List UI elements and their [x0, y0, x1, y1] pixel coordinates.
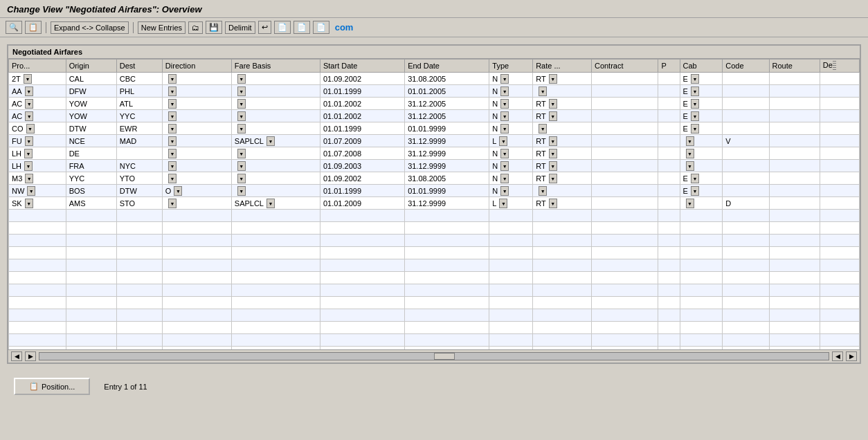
dropdown-arrow-icon[interactable]: ▼	[266, 136, 275, 146]
dropdown-arrow-icon[interactable]: ▼	[237, 149, 246, 158]
table-row[interactable]: NW▼BOSDTWO▼▼01.01.199901.01.9999N▼▼E▼	[9, 185, 860, 197]
dropdown-arrow-icon[interactable]: ▼	[168, 74, 177, 84]
dropdown-arrow-icon[interactable]: ▼	[266, 199, 275, 208]
dropdown-arrow-icon[interactable]: ▼	[686, 199, 694, 208]
dropdown-arrow-icon[interactable]: ▼	[691, 174, 699, 183]
dropdown-arrow-icon[interactable]: ▼	[168, 161, 177, 171]
table-wrapper[interactable]: Pro... Origin Dest Direction Fare Basis …	[8, 59, 860, 363]
dropdown-arrow-icon[interactable]: ▼	[539, 124, 547, 134]
dropdown-arrow-icon[interactable]: ▼	[168, 99, 177, 109]
table-row[interactable]: LH▼DE▼▼01.07.200831.12.9999N▼RT▼▼	[9, 147, 860, 160]
table-scroll-container[interactable]: Pro... Origin Dest Direction Fare Basis …	[8, 59, 860, 349]
dropdown-arrow-icon[interactable]: ▼	[25, 111, 33, 121]
dropdown-arrow-icon[interactable]: ▼	[549, 199, 557, 208]
dropdown-arrow-icon[interactable]: ▼	[691, 99, 699, 109]
copy-button[interactable]: 📋	[25, 21, 42, 34]
dropdown-arrow-icon[interactable]: ▼	[25, 99, 33, 109]
dropdown-arrow-icon[interactable]: ▼	[500, 74, 509, 84]
dropdown-arrow-icon[interactable]: ▼	[691, 124, 699, 134]
dropdown-arrow-icon[interactable]: ▼	[691, 186, 699, 196]
scroll-left-button[interactable]: ◀	[11, 351, 22, 361]
table-row[interactable]: AC▼YOWATL▼▼01.01.200231.12.2005N▼RT▼E▼	[9, 98, 860, 110]
dropdown-arrow-icon[interactable]: ▼	[549, 161, 557, 171]
bottom-scrollbar[interactable]: ◀ ▶ ◀ ▶	[8, 349, 860, 363]
dropdown-arrow-icon[interactable]: ▼	[237, 99, 246, 109]
scroll-right3-button[interactable]: ▶	[846, 351, 857, 361]
dropdown-arrow-icon[interactable]: ▼	[539, 86, 547, 96]
dropdown-arrow-icon[interactable]: ▼	[500, 99, 509, 109]
dropdown-arrow-icon[interactable]: ▼	[168, 111, 177, 121]
dropdown-arrow-icon[interactable]: ▼	[26, 124, 35, 134]
dropdown-arrow-icon[interactable]: ▼	[25, 136, 33, 146]
dropdown-arrow-icon[interactable]: ▼	[237, 174, 246, 183]
dropdown-arrow-icon[interactable]: ▼	[499, 136, 507, 146]
dropdown-arrow-icon[interactable]: ▼	[500, 111, 509, 121]
table-row[interactable]: CO▼DTWEWR▼▼01.01.199901.01.9999N▼▼E▼	[9, 122, 860, 135]
resize-handle[interactable]	[833, 61, 836, 71]
dropdown-arrow-icon[interactable]: ▼	[686, 161, 694, 171]
dropdown-arrow-icon[interactable]: ▼	[24, 74, 32, 84]
table-row[interactable]: LH▼FRANYC▼▼01.09.200331.12.9999N▼RT▼▼	[9, 160, 860, 172]
dropdown-arrow-icon[interactable]: ▼	[25, 86, 33, 96]
dropdown-arrow-icon[interactable]: ▼	[24, 161, 33, 171]
dropdown-arrow-icon[interactable]: ▼	[27, 186, 35, 196]
dropdown-arrow-icon[interactable]: ▼	[549, 174, 557, 183]
dropdown-arrow-icon[interactable]: ▼	[500, 161, 509, 171]
dropdown-arrow-icon[interactable]: ▼	[686, 149, 694, 158]
new-entries-button[interactable]: New Entries	[138, 21, 186, 34]
new-entries-label: New Entries	[141, 24, 182, 32]
dropdown-arrow-icon[interactable]: ▼	[500, 174, 509, 183]
dropdown-arrow-icon[interactable]: ▼	[168, 86, 177, 96]
dropdown-arrow-icon[interactable]: ▼	[237, 111, 246, 121]
h-scrollbar-thumb[interactable]	[434, 353, 455, 360]
find-button[interactable]: 🔍	[6, 21, 22, 34]
dropdown-arrow-icon[interactable]: ▼	[237, 186, 246, 196]
table-row[interactable]: SK▼AMSSTO▼SAPLCL▼01.01.200931.12.9999L▼R…	[9, 197, 860, 210]
dropdown-arrow-icon[interactable]: ▼	[686, 136, 694, 146]
table-row[interactable]: AC▼YOWYYC▼▼01.01.200231.12.2005N▼RT▼E▼	[9, 110, 860, 122]
dropdown-arrow-icon[interactable]: ▼	[549, 111, 557, 121]
dropdown-arrow-icon[interactable]: ▼	[500, 124, 509, 134]
position-button[interactable]: 📋 Position...	[14, 378, 90, 395]
dropdown-arrow-icon[interactable]: ▼	[25, 199, 33, 208]
icon1-button[interactable]: 🗂	[188, 21, 203, 34]
dropdown-arrow-icon[interactable]: ▼	[25, 174, 33, 183]
dropdown-arrow-icon[interactable]: ▼	[549, 74, 557, 84]
dropdown-arrow-icon[interactable]: ▼	[539, 186, 547, 196]
dropdown-arrow-icon[interactable]: ▼	[691, 111, 699, 121]
dropdown-arrow-icon[interactable]: ▼	[691, 86, 699, 96]
expand-collapse-button[interactable]: Expand <-> Collapse	[51, 21, 129, 34]
dropdown-arrow-icon[interactable]: ▼	[691, 74, 699, 84]
dropdown-arrow-icon[interactable]: ▼	[168, 136, 177, 146]
dropdown-arrow-icon[interactable]: ▼	[168, 149, 177, 158]
icon2-button[interactable]: 📄	[274, 21, 291, 34]
table-row[interactable]: 2T▼CALCBC▼▼01.09.200231.08.2005N▼RT▼E▼	[9, 73, 860, 85]
h-scrollbar-track[interactable]	[39, 352, 829, 360]
dropdown-arrow-icon[interactable]: ▼	[500, 186, 509, 196]
dropdown-arrow-icon[interactable]: ▼	[500, 86, 509, 96]
dropdown-arrow-icon[interactable]: ▼	[237, 161, 246, 171]
scroll-right-button[interactable]: ▶	[25, 351, 36, 361]
table-row[interactable]: AA▼DFWPHL▼▼01.01.199901.01.2005N▼▼E▼	[9, 85, 860, 98]
dropdown-arrow-icon[interactable]: ▼	[549, 136, 557, 146]
dropdown-arrow-icon[interactable]: ▼	[499, 199, 507, 208]
dropdown-arrow-icon[interactable]: ▼	[549, 149, 557, 158]
dropdown-arrow-icon[interactable]: ▼	[549, 99, 557, 109]
dropdown-arrow-icon[interactable]: ▼	[174, 186, 182, 196]
save-button[interactable]: 💾	[206, 21, 222, 34]
dropdown-arrow-icon[interactable]: ▼	[237, 74, 246, 84]
dropdown-arrow-icon[interactable]: ▼	[237, 124, 246, 134]
dropdown-arrow-icon[interactable]: ▼	[168, 124, 177, 134]
dropdown-arrow-icon[interactable]: ▼	[237, 86, 246, 96]
dropdown-arrow-icon[interactable]: ▼	[24, 149, 33, 158]
table-row[interactable]: FU▼NCEMAD▼SAPLCL▼01.07.200931.12.9999L▼R…	[9, 135, 860, 147]
icon4-button[interactable]: 📄	[313, 21, 329, 34]
dropdown-arrow-icon[interactable]: ▼	[168, 174, 177, 183]
icon3-button[interactable]: 📄	[293, 21, 310, 34]
scroll-right2-button[interactable]: ◀	[832, 351, 843, 361]
dropdown-arrow-icon[interactable]: ▼	[168, 199, 177, 208]
undo-button[interactable]: ↩	[258, 21, 271, 34]
delimit-button[interactable]: Delimit	[225, 21, 255, 34]
dropdown-arrow-icon[interactable]: ▼	[500, 149, 509, 158]
table-row[interactable]: M3▼YYCYTO▼▼01.09.200231.08.2005N▼RT▼E▼	[9, 172, 860, 185]
